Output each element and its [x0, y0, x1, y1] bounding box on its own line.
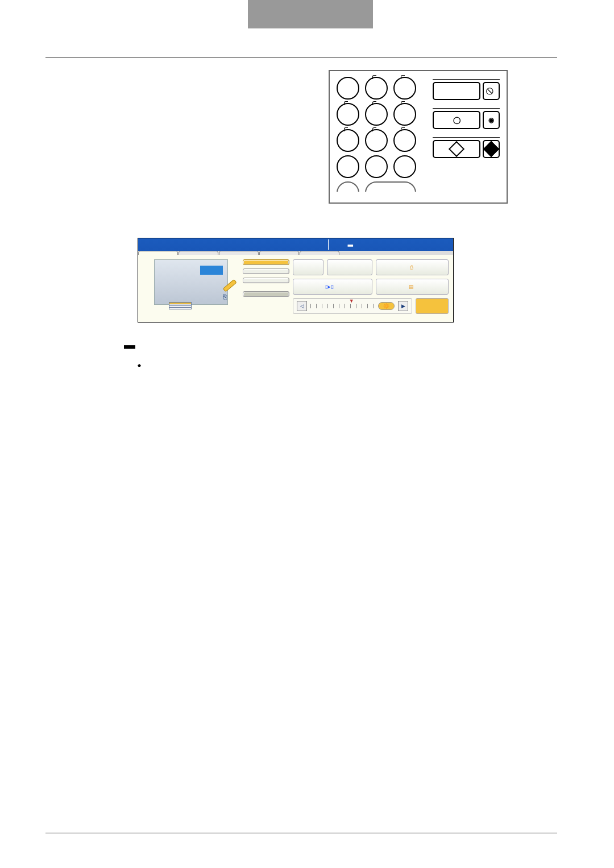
sort-icon: ⎙: [410, 264, 413, 270]
start-diamond-icon: [449, 141, 464, 157]
function-clear-label: [433, 77, 500, 80]
start-button[interactable]: [433, 140, 480, 158]
touch-panel-status: │ ▬: [138, 238, 453, 251]
density-decrease[interactable]: ◁: [297, 301, 307, 311]
opt-orig-copy[interactable]: [327, 259, 372, 275]
fc-clear-button[interactable]: ⃠: [483, 82, 500, 100]
tips-label: [124, 345, 135, 349]
key-2[interactable]: [365, 77, 388, 100]
tab-efiling[interactable]: [259, 251, 299, 255]
key-star[interactable]: [337, 155, 359, 178]
key-0[interactable]: [365, 155, 388, 178]
opt-text-photo[interactable]: ▤: [376, 279, 449, 295]
stop-button[interactable]: ◯: [433, 111, 480, 129]
top-rule: [45, 57, 557, 57]
header-tab-placeholder: [248, 0, 373, 28]
touch-panel-figure: │ ▬: [138, 238, 454, 323]
opt-zoom[interactable]: [293, 259, 323, 275]
start-label: [433, 135, 500, 138]
control-panel-figure: ⃠ ◯ ◉: [329, 70, 508, 204]
key-9[interactable]: [393, 129, 416, 152]
fc-button[interactable]: [433, 82, 480, 100]
density-increase[interactable]: ▶: [398, 301, 408, 311]
tab-edit[interactable]: [219, 251, 259, 255]
opt-proof-copy[interactable]: [416, 298, 449, 314]
stop-label: [433, 106, 500, 109]
key-partial-1: [337, 181, 359, 192]
tab-image[interactable]: [179, 251, 218, 255]
key-6[interactable]: [393, 103, 416, 126]
key-3[interactable]: [393, 77, 416, 100]
step-1: ⃠ ◯ ◉: [97, 70, 557, 204]
key-1[interactable]: [337, 77, 359, 100]
mode-memory-clear[interactable]: [243, 291, 289, 297]
touch-panel-tabs: [138, 251, 453, 255]
start-indicator: [483, 140, 500, 158]
density-auto[interactable]: 🔆: [378, 302, 395, 310]
printer-preview: ⎘: [143, 259, 239, 307]
printer-icon: [154, 259, 228, 305]
paper-b4[interactable]: [169, 307, 192, 309]
function-buttons: ⃠ ◯ ◉: [433, 77, 500, 158]
paper-size-list: [169, 303, 192, 309]
keypad: [337, 77, 430, 195]
simplex-icon: ▯▸▯: [325, 284, 334, 290]
mode-full-colour[interactable]: [243, 259, 289, 265]
opt-simplex[interactable]: ▯▸▯: [293, 279, 372, 295]
key-4[interactable]: [337, 103, 359, 126]
key-7[interactable]: [337, 129, 359, 152]
mode-black[interactable]: [243, 268, 289, 274]
density-scale: [310, 304, 375, 308]
key-8[interactable]: [365, 129, 388, 152]
touch-panel-body: ⎘ ⎙ ▯▸▯ ▤: [138, 255, 453, 322]
density-control: ◁ 🔆 ▶: [293, 298, 412, 314]
key-partial-2: [365, 181, 416, 192]
mode-auto-colour[interactable]: [243, 278, 289, 283]
text-photo-icon: ▤: [409, 284, 414, 290]
page-footer: [45, 833, 557, 851]
opt-sort[interactable]: ⎙: [376, 259, 449, 275]
tab-settings[interactable]: [300, 251, 339, 255]
key-5[interactable]: [365, 103, 388, 126]
eject-icon: ⎘: [223, 294, 227, 301]
key-hash[interactable]: [393, 155, 416, 178]
tab-basic[interactable]: [138, 251, 178, 255]
stop-indicator: ◉: [483, 111, 500, 129]
start-diamond-fill-icon: [483, 141, 499, 157]
